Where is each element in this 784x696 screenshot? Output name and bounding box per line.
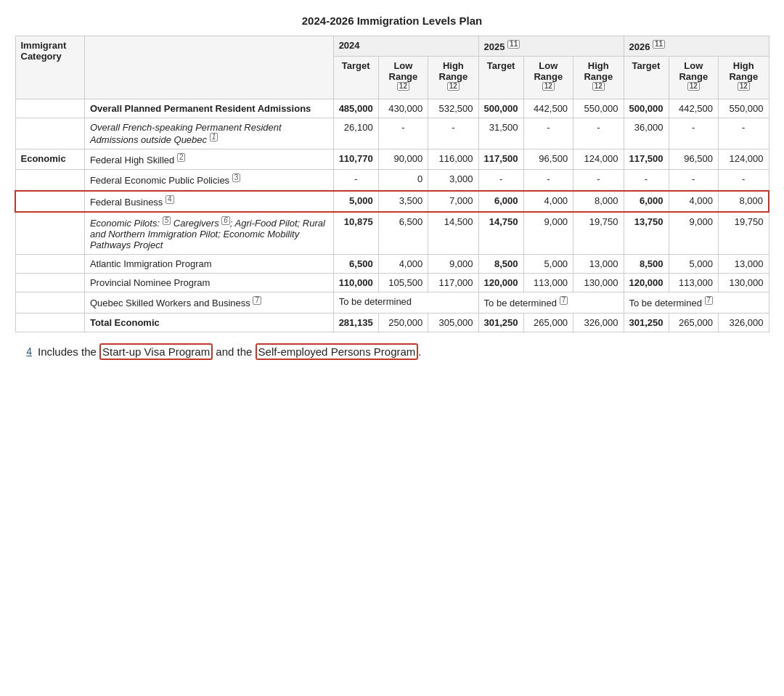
value-cell: -	[523, 170, 573, 191]
value-cell: 5,000	[523, 255, 573, 274]
value-cell: 532,500	[428, 99, 478, 118]
value-cell: 116,000	[428, 149, 478, 169]
h-2026-target: Target	[624, 57, 669, 99]
value-cell: 250,000	[378, 313, 428, 332]
value-cell: 326,000	[719, 313, 769, 332]
subcategory-cell: Quebec Skilled Workers and Business 7	[84, 292, 333, 313]
value-cell: 90,000	[378, 149, 428, 169]
subcategory-cell: Federal Economic Public Policies 3	[84, 170, 333, 191]
h-2025-high: High Range12	[573, 57, 624, 99]
value-cell: 4,000	[523, 191, 573, 212]
value-cell: To be determined	[333, 292, 478, 313]
value-cell: 9,000	[669, 212, 719, 255]
table-row: Overall Planned Permanent Resident Admis…	[15, 99, 769, 118]
category-cell	[15, 313, 84, 332]
value-cell: 26,100	[333, 118, 378, 149]
category-cell	[15, 118, 84, 149]
value-cell: 113,000	[523, 274, 573, 292]
value-cell: 3,500	[378, 191, 428, 212]
h-2024-low: Low Range12	[378, 57, 428, 99]
subcategory-cell: Federal High Skilled 2	[84, 149, 333, 169]
category-cell: Economic	[15, 149, 84, 169]
value-cell: 7,000	[428, 191, 478, 212]
value-cell: 9,000	[428, 255, 478, 274]
page-title: 2024-2026 Immigration Levels Plan	[15, 15, 769, 27]
value-cell: 301,250	[478, 313, 523, 332]
category-cell	[15, 212, 84, 255]
value-cell: 8,500	[478, 255, 523, 274]
subcategory-cell: Economic Pilots: 5 Caregivers 6; Agri-Fo…	[84, 212, 333, 255]
value-cell: 301,250	[624, 313, 669, 332]
value-cell: -	[719, 118, 769, 149]
col-immigrant-category: Immigrant Category	[15, 36, 84, 99]
value-cell: 120,000	[478, 274, 523, 292]
table-row: EconomicFederal High Skilled 2110,77090,…	[15, 149, 769, 169]
value-cell: 96,500	[523, 149, 573, 169]
category-cell	[15, 274, 84, 292]
value-cell: -	[669, 118, 719, 149]
subcategory-cell: Atlantic Immigration Program	[84, 255, 333, 274]
value-cell: 4,000	[669, 191, 719, 212]
value-cell: 265,000	[523, 313, 573, 332]
value-cell: 3,000	[428, 170, 478, 191]
table-row: Federal Economic Public Policies 3-03,00…	[15, 170, 769, 191]
value-cell: 130,000	[573, 274, 624, 292]
value-cell: 117,000	[428, 274, 478, 292]
value-cell: 550,000	[573, 99, 624, 118]
value-cell: 36,000	[624, 118, 669, 149]
value-cell: 120,000	[624, 274, 669, 292]
value-cell: 281,135	[333, 313, 378, 332]
value-cell: -	[523, 118, 573, 149]
value-cell: 19,750	[573, 212, 624, 255]
category-cell	[15, 255, 84, 274]
col-subcategory	[84, 36, 333, 99]
value-cell: -	[573, 118, 624, 149]
table-row: Overall French-speaking Permanent Reside…	[15, 118, 769, 149]
value-cell: 305,000	[428, 313, 478, 332]
value-cell: 500,000	[624, 99, 669, 118]
h-2025-target: Target	[478, 57, 523, 99]
h-2025-low: Low Range12	[523, 57, 573, 99]
immigration-table: Immigrant Category 2024 2025 11 2026 11 …	[15, 36, 769, 332]
subcategory-cell: Total Economic	[84, 313, 333, 332]
value-cell: 500,000	[478, 99, 523, 118]
value-cell: -	[719, 170, 769, 191]
value-cell: 550,000	[719, 99, 769, 118]
subcategory-cell: Federal Business 4	[84, 191, 333, 212]
value-cell: 430,000	[378, 99, 428, 118]
category-cell	[15, 99, 84, 118]
value-cell: 14,750	[478, 212, 523, 255]
table-row: Economic Pilots: 5 Caregivers 6; Agri-Fo…	[15, 212, 769, 255]
value-cell: 105,500	[378, 274, 428, 292]
value-cell: -	[478, 170, 523, 191]
footnote-4: 4 Includes the Start-up Visa Program and…	[15, 345, 769, 358]
value-cell: 96,500	[669, 149, 719, 169]
value-cell: -	[428, 118, 478, 149]
self-employed-phrase: Self-employed Persons Program	[256, 343, 419, 360]
value-cell: To be determined 7	[478, 292, 624, 313]
value-cell: 117,500	[478, 149, 523, 169]
value-cell: 6,000	[624, 191, 669, 212]
table-row: Provincial Nominee Program110,000105,500…	[15, 274, 769, 292]
startup-visa-phrase: Start-up Visa Program	[99, 343, 213, 360]
value-cell: 6,500	[333, 255, 378, 274]
value-cell: 5,000	[669, 255, 719, 274]
value-cell: 9,000	[523, 212, 573, 255]
value-cell: 10,875	[333, 212, 378, 255]
value-cell: -	[624, 170, 669, 191]
category-cell	[15, 170, 84, 191]
value-cell: -	[378, 118, 428, 149]
value-cell: -	[333, 170, 378, 191]
col-2025: 2025 11	[478, 36, 624, 57]
value-cell: 8,000	[719, 191, 769, 212]
category-cell	[15, 191, 84, 212]
table-row: Total Economic281,135250,000305,000301,2…	[15, 313, 769, 332]
value-cell: 6,000	[478, 191, 523, 212]
value-cell: 13,000	[573, 255, 624, 274]
footnote-number: 4	[15, 345, 32, 357]
value-cell: 14,500	[428, 212, 478, 255]
value-cell: 31,500	[478, 118, 523, 149]
value-cell: 19,750	[719, 212, 769, 255]
value-cell: 442,500	[523, 99, 573, 118]
value-cell: -	[573, 170, 624, 191]
